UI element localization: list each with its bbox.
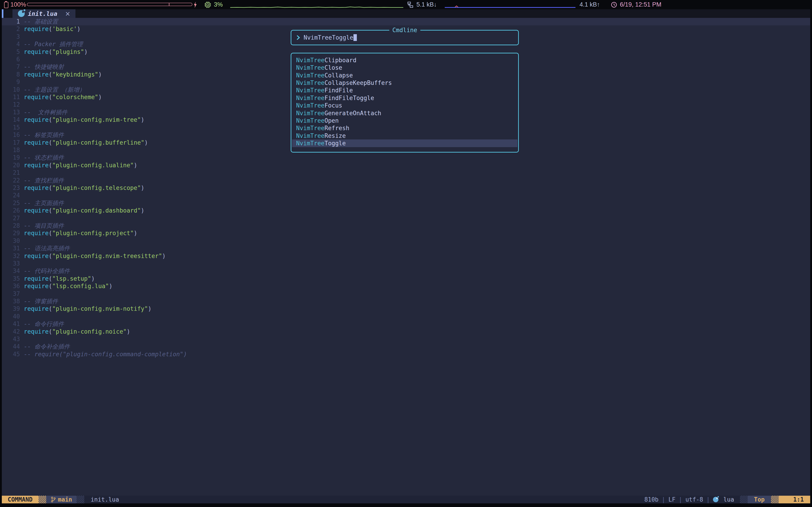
filename-label: init.lua [84, 496, 119, 503]
completion-item[interactable]: NvimTreeRefresh [292, 124, 517, 132]
tab-init-lua[interactable]: init.lua × [12, 9, 75, 18]
line-number: 39 [2, 305, 24, 313]
code-text: -- 语法高亮插件 [24, 245, 70, 252]
battery-slider[interactable] [27, 3, 192, 6]
completion-item[interactable]: NvimTreeFindFileToggle [292, 94, 517, 102]
completion-item[interactable]: NvimTreeGenerateOnAttach [292, 109, 517, 117]
code-line[interactable]: 35 require("lsp.setup") [2, 275, 810, 282]
code-line[interactable]: 44 -- 命令补全插件 [2, 343, 810, 350]
code-line[interactable]: 30 [2, 237, 810, 245]
completion-item[interactable]: NvimTreeClipboard [292, 56, 517, 64]
code-line[interactable]: 1 -- 基础设置 [2, 18, 810, 25]
charging-icon [193, 0, 197, 9]
code-line[interactable]: 27 [2, 215, 810, 222]
match-prefix: NvimTree [296, 117, 324, 124]
tab-indicator [2, 9, 3, 18]
match-prefix: NvimTree [296, 102, 324, 109]
lua-icon [18, 10, 25, 17]
code-line[interactable]: 38 -- 弹窗插件 [2, 298, 810, 305]
code-text: -- 弹窗插件 [24, 298, 58, 305]
code-text: -- 基础设置 [24, 18, 58, 25]
line-number: 10 [2, 86, 24, 94]
code-text: require("plugin-config.nvim-notify") [24, 305, 152, 313]
code-line[interactable]: 21 [2, 169, 810, 176]
code-line[interactable]: 31 -- 语法高亮插件 [2, 245, 810, 252]
code-text: require("plugin-config.telescope") [24, 184, 144, 192]
code-line[interactable]: 41 -- 命令行插件 [2, 320, 810, 328]
tab-label: init.lua [28, 10, 57, 17]
code-line[interactable]: 29 require("plugin-config.project") [2, 229, 810, 237]
code-line[interactable]: 43 [2, 335, 810, 343]
completion-item[interactable]: NvimTreeToggle [292, 139, 517, 147]
match-prefix: NvimTree [296, 95, 324, 101]
code-text: -- Packer 插件管理 [24, 41, 83, 48]
close-icon[interactable]: × [65, 10, 70, 17]
line-number: 27 [2, 215, 24, 222]
code-line[interactable]: 36 require("lsp.config.lua") [2, 282, 810, 290]
completion-item[interactable]: NvimTreeCollapse [292, 71, 517, 79]
match-prefix: NvimTree [296, 72, 324, 79]
item-suffix: Focus [324, 102, 342, 109]
network-upload-label: 4.1 kB↑ [579, 0, 600, 9]
code-line[interactable]: 24 [2, 192, 810, 199]
code-text: -- 文件树插件 [24, 109, 67, 116]
code-line[interactable]: 25 -- 主页面插件 [2, 200, 810, 207]
code-line[interactable]: 19 -- 状态栏插件 [2, 154, 810, 161]
powerline-separator [39, 496, 46, 503]
code-text: -- 代码补全插件 [24, 267, 70, 275]
match-prefix: NvimTree [296, 57, 324, 64]
prompt-chevron-icon [296, 35, 300, 41]
cpu-usage-graph [230, 0, 403, 9]
code-line[interactable]: 33 [2, 260, 810, 267]
line-number: 21 [2, 169, 24, 176]
git-branch-segment[interactable]: main [46, 496, 77, 503]
line-number: 4 [2, 41, 24, 48]
line-number: 25 [2, 200, 24, 207]
item-suffix: Open [324, 117, 339, 124]
code-line[interactable]: 45 -- require("plugin-config.command-com… [2, 351, 810, 358]
match-prefix: NvimTree [296, 132, 324, 139]
cursor-location: 1:1 [779, 496, 810, 503]
code-text: require("plugin-config.nvim-tree") [24, 116, 144, 124]
line-number: 31 [2, 245, 24, 252]
code-line[interactable]: 40 [2, 313, 810, 320]
item-suffix: GenerateOnAttach [324, 110, 381, 117]
code-line[interactable]: 23 require("plugin-config.telescope") [2, 184, 810, 192]
line-number: 8 [2, 71, 24, 78]
completion-item[interactable]: NvimTreeFindFile [292, 87, 517, 94]
code-line[interactable]: 22 -- 查找栏插件 [2, 177, 810, 184]
code-line[interactable]: 34 -- 代码补全插件 [2, 267, 810, 275]
match-prefix: NvimTree [296, 140, 324, 147]
cmdline-popup[interactable]: Cmdline NvimTreeToggle [291, 30, 519, 45]
code-line[interactable]: 42 require("plugin-config.noice") [2, 328, 810, 335]
item-suffix: Collapse [324, 72, 353, 79]
file-stats: 810b | LF | utf-8 | lua [644, 496, 734, 503]
cmdline-input[interactable]: NvimTreeToggle [304, 34, 353, 41]
code-text: -- 主题设置 （新增） [24, 86, 85, 94]
code-line[interactable]: 26 require("plugin-config.dashboard") [2, 207, 810, 214]
completion-item[interactable]: NvimTreeCollapseKeepBuffers [292, 79, 517, 87]
match-prefix: NvimTree [296, 79, 324, 86]
filetype-label: lua [723, 496, 734, 503]
code-line[interactable]: 20 require("plugin-config.lualine") [2, 162, 810, 169]
code-line[interactable]: 37 [2, 290, 810, 298]
clock-label: 6/19, 12:51 PM [620, 0, 661, 9]
line-number: 3 [2, 33, 24, 41]
completion-item[interactable]: NvimTreeFocus [292, 102, 517, 109]
code-line[interactable]: 32 require("plugin-config.nvim-treesitte… [2, 252, 810, 260]
item-suffix: Close [324, 64, 342, 71]
match-prefix: NvimTree [296, 87, 324, 94]
line-number: 16 [2, 131, 24, 139]
code-text: require("lsp.config.lua") [24, 282, 112, 290]
code-line[interactable]: 28 -- 项目页插件 [2, 222, 810, 229]
code-line[interactable]: 39 require("plugin-config.nvim-notify") [2, 305, 810, 313]
completion-item[interactable]: NvimTreeOpen [292, 117, 517, 124]
code-text: -- 标签页插件 [24, 131, 64, 139]
battery-icon [4, 0, 8, 9]
match-prefix: NvimTree [296, 64, 324, 71]
completion-item[interactable]: NvimTreeResize [292, 132, 517, 139]
eol-format: LF [668, 496, 675, 503]
code-text: require("plugin-config.dashboard") [24, 207, 144, 214]
completion-item[interactable]: NvimTreeClose [292, 64, 517, 71]
git-branch-icon [51, 496, 56, 503]
